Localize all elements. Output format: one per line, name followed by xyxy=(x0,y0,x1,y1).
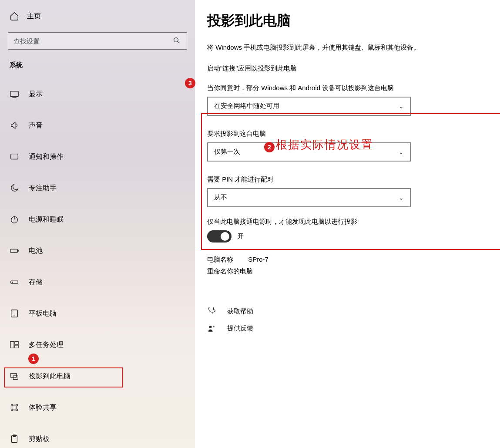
sidebar-item-display[interactable]: 显示 xyxy=(0,83,195,105)
toggle-power[interactable] xyxy=(207,230,232,243)
search-wrap xyxy=(8,32,187,50)
page-description: 将 Windows 手机或电脑投影到此屏幕，并使用其键盘、鼠标和其他设备。 xyxy=(207,42,477,53)
svg-point-20 xyxy=(11,409,13,411)
svg-point-25 xyxy=(213,326,215,327)
svg-rect-13 xyxy=(10,342,14,348)
sidebar-item-label: 投影到此电脑 xyxy=(29,372,70,381)
sidebar-item-project[interactable]: 投影到此电脑 xyxy=(0,365,195,387)
toggle-knob xyxy=(221,232,229,241)
get-help[interactable]: 获取帮助 xyxy=(207,307,484,317)
display-icon xyxy=(10,89,19,99)
sidebar-item-power[interactable]: 电源和睡眠 xyxy=(0,209,195,230)
sidebar-item-label: 剪贴板 xyxy=(29,435,50,444)
setting-label-3: 需要 PIN 才能进行配对 xyxy=(207,175,484,184)
dropdown-value: 仅第一次 xyxy=(214,148,240,156)
feedback-label: 提供反馈 xyxy=(227,324,253,333)
svg-point-19 xyxy=(16,404,17,406)
sound-icon xyxy=(10,121,19,130)
sidebar-item-notifications[interactable]: 通知和操作 xyxy=(0,146,195,168)
moon-icon xyxy=(10,183,19,193)
search-icon xyxy=(173,37,181,46)
help-icon xyxy=(207,307,217,317)
svg-point-10 xyxy=(12,282,13,282)
svg-rect-14 xyxy=(15,342,18,344)
battery-icon xyxy=(10,246,19,256)
feedback-icon xyxy=(207,324,217,333)
search-input[interactable] xyxy=(13,37,173,45)
main: 投影到此电脑 将 Windows 手机或电脑投影到此屏幕，并使用其键盘、鼠标和其… xyxy=(195,0,500,448)
setting-label-1: 当你同意时，部分 Windows 和 Android 设备可以投影到这台电脑 xyxy=(207,84,484,92)
setting-label-2: 要求投影到这台电脑 xyxy=(207,130,484,138)
multitask-icon xyxy=(10,340,19,350)
pc-name-label: 电脑名称 xyxy=(207,256,246,264)
sidebar-item-focus[interactable]: 专注助手 xyxy=(0,177,195,199)
connect-app-link[interactable]: 启动"连接"应用以投影到此电脑 xyxy=(207,64,484,73)
setting-label-power: 仅当此电脑接通电源时，才能发现此电脑以进行投影 xyxy=(207,218,484,226)
sidebar: 主页 系统 显示 声音 通知和操作 专注助手 电源和睡眠 电池 存储 xyxy=(0,0,195,448)
sidebar-item-label: 体验共享 xyxy=(29,403,57,412)
project-icon xyxy=(10,371,19,381)
svg-rect-15 xyxy=(15,345,18,348)
clipboard-icon xyxy=(10,434,19,444)
svg-point-18 xyxy=(11,404,13,406)
svg-point-21 xyxy=(16,409,17,411)
sidebar-home[interactable]: 主页 xyxy=(0,8,195,24)
svg-point-0 xyxy=(174,37,178,42)
svg-rect-4 xyxy=(11,154,18,159)
pc-name-row: 电脑名称 SPro-7 xyxy=(207,256,484,264)
dropdown-availability[interactable]: 在安全网络中随处可用 ⌄ xyxy=(207,97,411,116)
svg-rect-2 xyxy=(10,91,18,97)
sidebar-item-label: 电源和睡眠 xyxy=(29,215,64,224)
dropdown-ask[interactable]: 仅第一次 ⌄ xyxy=(207,142,411,162)
tablet-icon xyxy=(10,309,19,318)
sidebar-item-label: 专注助手 xyxy=(29,184,57,193)
sidebar-item-label: 电池 xyxy=(29,246,43,256)
sidebar-item-storage[interactable]: 存储 xyxy=(0,271,195,293)
chevron-down-icon: ⌄ xyxy=(399,103,404,110)
help-label: 获取帮助 xyxy=(227,307,253,316)
dropdown-value: 从不 xyxy=(214,193,227,202)
sidebar-item-label: 声音 xyxy=(29,121,43,130)
page-title: 投影到此电脑 xyxy=(207,11,484,30)
search-box[interactable] xyxy=(8,32,187,50)
sidebar-item-battery[interactable]: 电池 xyxy=(0,240,195,262)
home-icon xyxy=(10,11,19,21)
sidebar-item-label: 通知和操作 xyxy=(29,152,64,162)
svg-rect-16 xyxy=(11,374,17,377)
share-icon xyxy=(10,403,19,412)
rename-pc[interactable]: 重命名你的电脑 xyxy=(207,267,484,276)
chevron-down-icon: ⌄ xyxy=(399,194,404,201)
svg-rect-7 xyxy=(10,249,18,252)
toggle-row: 开 xyxy=(207,230,484,243)
dropdown-pin[interactable]: 从不 ⌄ xyxy=(207,188,411,207)
give-feedback[interactable]: 提供反馈 xyxy=(207,324,484,333)
notifications-icon xyxy=(10,152,19,162)
sidebar-category: 系统 xyxy=(0,61,195,69)
sidebar-item-sound[interactable]: 声音 xyxy=(0,115,195,136)
sidebar-home-label: 主页 xyxy=(27,12,41,21)
sidebar-item-label: 多任务处理 xyxy=(29,340,64,350)
sidebar-item-label: 存储 xyxy=(29,278,43,287)
dropdown-value: 在安全网络中随处可用 xyxy=(214,102,279,110)
chevron-down-icon: ⌄ xyxy=(399,148,404,155)
sidebar-item-label: 平板电脑 xyxy=(29,309,57,318)
sidebar-item-clipboard[interactable]: 剪贴板 xyxy=(0,428,195,448)
toggle-state: 开 xyxy=(238,232,244,240)
sidebar-item-label: 显示 xyxy=(29,90,43,99)
sidebar-item-multitask[interactable]: 多任务处理 xyxy=(0,334,195,356)
pc-name-value: SPro-7 xyxy=(248,256,268,263)
svg-line-1 xyxy=(178,41,179,43)
svg-point-24 xyxy=(209,325,212,328)
sidebar-item-shared[interactable]: 体验共享 xyxy=(0,397,195,418)
storage-icon xyxy=(10,277,19,287)
power-icon xyxy=(10,215,19,224)
sidebar-item-tablet[interactable]: 平板电脑 xyxy=(0,303,195,324)
